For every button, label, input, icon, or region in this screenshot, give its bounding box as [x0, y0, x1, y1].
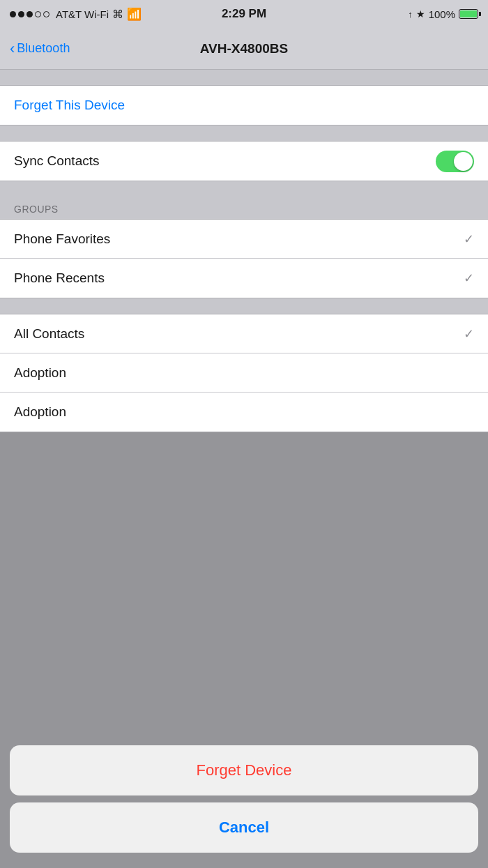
- groups-list: Phone Favorites ✓ Phone Recents ✓: [0, 219, 488, 298]
- adoption-label-2: Adoption: [14, 404, 66, 420]
- signal-dot-4: [35, 11, 41, 17]
- content-inner: Forget This Device Sync Contacts GROUPS …: [0, 70, 488, 432]
- list-item[interactable]: Phone Recents ✓: [0, 259, 488, 298]
- signal-dot-5: [43, 11, 49, 17]
- status-bar: AT&T Wi-Fi ⌘ 📶 2:29 PM ↑ ★ 100%: [0, 0, 488, 28]
- gap-3: [0, 181, 488, 197]
- gap-2: [0, 125, 488, 141]
- phone-recents-checkmark: ✓: [464, 271, 474, 286]
- gap-4: [0, 298, 488, 314]
- list-item[interactable]: Adoption: [0, 353, 488, 393]
- page-title: AVH-X4800BS: [200, 41, 288, 56]
- all-contacts-label: All Contacts: [14, 326, 84, 342]
- forget-device-button[interactable]: Forget Device: [10, 745, 478, 795]
- sync-contacts-section: Sync Contacts: [0, 141, 488, 181]
- wifi-icon: ⌘: [112, 8, 123, 21]
- carrier-label: AT&T Wi-Fi: [56, 8, 109, 20]
- adoption-label-1: Adoption: [14, 365, 66, 381]
- status-left: AT&T Wi-Fi ⌘ 📶: [10, 7, 142, 22]
- all-contacts-checkmark: ✓: [464, 326, 474, 342]
- location-icon: ↑: [408, 9, 413, 20]
- signal-dot-2: [18, 11, 24, 17]
- status-time: 2:29 PM: [222, 7, 266, 21]
- phone-recents-label: Phone Recents: [14, 271, 105, 286]
- action-sheet: Forget Device Cancel: [0, 745, 488, 868]
- back-label: Bluetooth: [17, 41, 70, 56]
- gap-1: [0, 70, 488, 85]
- groups-section-header: GROUPS: [0, 197, 488, 219]
- cancel-button[interactable]: Cancel: [10, 802, 478, 853]
- contacts-list: All Contacts ✓ Adoption Adoption: [0, 314, 488, 432]
- signal-dots: [10, 11, 49, 17]
- list-item[interactable]: Adoption: [0, 393, 488, 432]
- back-button[interactable]: ‹ Bluetooth: [10, 41, 70, 56]
- signal-dot-3: [26, 11, 33, 17]
- wifi-symbol-icon: 📶: [127, 7, 142, 22]
- phone-favorites-label: Phone Favorites: [14, 231, 110, 247]
- sync-contacts-toggle[interactable]: [436, 151, 474, 172]
- forget-device-section: Forget This Device: [0, 85, 488, 125]
- content-area: Forget This Device Sync Contacts GROUPS …: [0, 70, 488, 868]
- battery-fill: [460, 10, 477, 17]
- signal-dot-1: [10, 11, 16, 17]
- forget-device-item[interactable]: Forget This Device: [0, 86, 488, 125]
- battery-icon: [459, 9, 478, 19]
- toggle-knob: [454, 152, 473, 171]
- sync-contacts-item[interactable]: Sync Contacts: [0, 142, 488, 181]
- navigation-bar: ‹ Bluetooth AVH-X4800BS: [0, 28, 488, 70]
- sync-contacts-label: Sync Contacts: [14, 153, 100, 169]
- status-right: ↑ ★ 100%: [408, 8, 478, 20]
- list-item[interactable]: Phone Favorites ✓: [0, 220, 488, 259]
- chevron-left-icon: ‹: [10, 41, 15, 56]
- bluetooth-icon: ★: [416, 8, 425, 20]
- list-item[interactable]: All Contacts ✓: [0, 314, 488, 353]
- forget-device-label: Forget This Device: [14, 98, 125, 113]
- phone-favorites-checkmark: ✓: [464, 231, 474, 247]
- battery-percent: 100%: [429, 8, 455, 20]
